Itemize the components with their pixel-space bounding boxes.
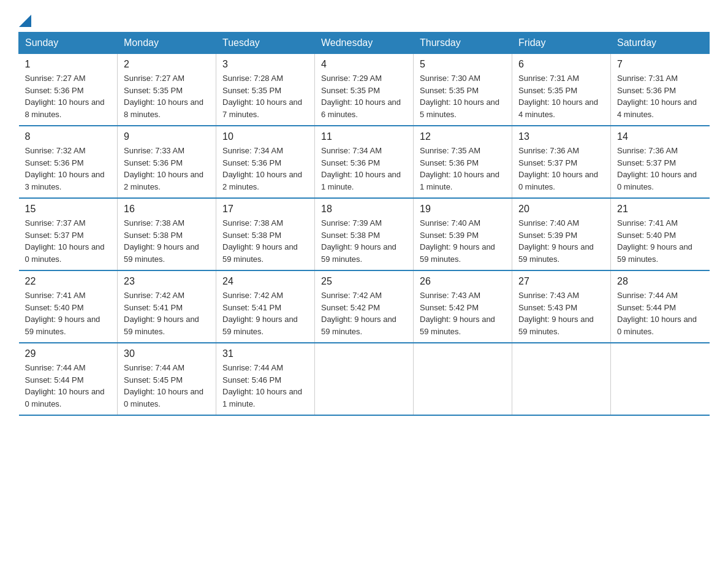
calendar-cell: 9 Sunrise: 7:33 AMSunset: 5:36 PMDayligh… <box>118 126 216 198</box>
day-info: Sunrise: 7:44 AMSunset: 5:45 PMDaylight:… <box>124 362 210 410</box>
day-info: Sunrise: 7:31 AMSunset: 5:35 PMDaylight:… <box>518 72 604 120</box>
weekday-header: Wednesday <box>315 33 414 54</box>
weekday-header: Tuesday <box>216 33 315 54</box>
calendar-cell: 14 Sunrise: 7:36 AMSunset: 5:37 PMDaylig… <box>611 126 710 198</box>
calendar-cell: 5 Sunrise: 7:30 AMSunset: 5:35 PMDayligh… <box>414 54 512 126</box>
day-number: 5 <box>420 59 506 70</box>
logo <box>18 12 32 26</box>
weekday-header-row: SundayMondayTuesdayWednesdayThursdayFrid… <box>19 33 710 54</box>
svg-marker-0 <box>19 15 31 27</box>
day-number: 2 <box>124 59 210 70</box>
day-info: Sunrise: 7:44 AMSunset: 5:46 PMDaylight:… <box>222 362 308 410</box>
day-info: Sunrise: 7:38 AMSunset: 5:38 PMDaylight:… <box>222 217 308 265</box>
calendar-table: SundayMondayTuesdayWednesdayThursdayFrid… <box>18 32 710 416</box>
day-number: 31 <box>222 348 308 359</box>
calendar-cell: 1 Sunrise: 7:27 AMSunset: 5:36 PMDayligh… <box>19 54 118 126</box>
day-number: 17 <box>222 204 308 215</box>
calendar-cell: 26 Sunrise: 7:43 AMSunset: 5:42 PMDaylig… <box>414 270 512 343</box>
day-number: 4 <box>321 59 407 70</box>
page-header <box>18 12 710 26</box>
day-number: 26 <box>420 276 506 287</box>
calendar-cell: 10 Sunrise: 7:34 AMSunset: 5:36 PMDaylig… <box>216 126 315 198</box>
day-number: 6 <box>518 59 604 70</box>
day-number: 10 <box>222 131 308 142</box>
day-info: Sunrise: 7:41 AMSunset: 5:40 PMDaylight:… <box>25 289 112 337</box>
day-info: Sunrise: 7:42 AMSunset: 5:41 PMDaylight:… <box>124 289 210 337</box>
weekday-header: Saturday <box>611 33 710 54</box>
calendar-week-row: 22 Sunrise: 7:41 AMSunset: 5:40 PMDaylig… <box>19 270 710 343</box>
day-info: Sunrise: 7:35 AMSunset: 5:36 PMDaylight:… <box>420 145 506 193</box>
calendar-week-row: 15 Sunrise: 7:37 AMSunset: 5:37 PMDaylig… <box>19 198 710 270</box>
calendar-cell: 28 Sunrise: 7:44 AMSunset: 5:44 PMDaylig… <box>611 270 710 343</box>
day-info: Sunrise: 7:40 AMSunset: 5:39 PMDaylight:… <box>420 217 506 265</box>
day-info: Sunrise: 7:43 AMSunset: 5:43 PMDaylight:… <box>518 289 604 337</box>
day-info: Sunrise: 7:33 AMSunset: 5:36 PMDaylight:… <box>124 145 210 193</box>
day-number: 18 <box>321 204 407 215</box>
day-info: Sunrise: 7:37 AMSunset: 5:37 PMDaylight:… <box>25 217 112 265</box>
day-info: Sunrise: 7:44 AMSunset: 5:44 PMDaylight:… <box>617 289 703 337</box>
calendar-cell <box>512 343 611 415</box>
calendar-cell: 17 Sunrise: 7:38 AMSunset: 5:38 PMDaylig… <box>216 198 315 270</box>
day-number: 1 <box>25 59 112 70</box>
calendar-cell: 24 Sunrise: 7:42 AMSunset: 5:41 PMDaylig… <box>216 270 315 343</box>
calendar-cell: 25 Sunrise: 7:42 AMSunset: 5:42 PMDaylig… <box>315 270 414 343</box>
calendar-cell: 7 Sunrise: 7:31 AMSunset: 5:36 PMDayligh… <box>611 54 710 126</box>
calendar-cell: 6 Sunrise: 7:31 AMSunset: 5:35 PMDayligh… <box>512 54 611 126</box>
calendar-cell: 12 Sunrise: 7:35 AMSunset: 5:36 PMDaylig… <box>414 126 512 198</box>
day-number: 28 <box>617 276 703 287</box>
calendar-week-row: 29 Sunrise: 7:44 AMSunset: 5:44 PMDaylig… <box>19 343 710 415</box>
day-number: 27 <box>518 276 604 287</box>
day-number: 25 <box>321 276 407 287</box>
day-number: 8 <box>25 131 112 142</box>
day-info: Sunrise: 7:39 AMSunset: 5:38 PMDaylight:… <box>321 217 407 265</box>
day-info: Sunrise: 7:27 AMSunset: 5:36 PMDaylight:… <box>25 72 112 120</box>
day-number: 20 <box>518 204 604 215</box>
day-info: Sunrise: 7:34 AMSunset: 5:36 PMDaylight:… <box>222 145 308 193</box>
calendar-cell: 8 Sunrise: 7:32 AMSunset: 5:36 PMDayligh… <box>19 126 118 198</box>
weekday-header: Monday <box>118 33 216 54</box>
day-number: 16 <box>124 204 210 215</box>
calendar-cell: 21 Sunrise: 7:41 AMSunset: 5:40 PMDaylig… <box>611 198 710 270</box>
day-info: Sunrise: 7:31 AMSunset: 5:36 PMDaylight:… <box>617 72 703 120</box>
day-number: 21 <box>617 204 703 215</box>
day-info: Sunrise: 7:36 AMSunset: 5:37 PMDaylight:… <box>518 145 604 193</box>
day-number: 19 <box>420 204 506 215</box>
day-number: 15 <box>25 204 112 215</box>
day-number: 11 <box>321 131 407 142</box>
day-info: Sunrise: 7:30 AMSunset: 5:35 PMDaylight:… <box>420 72 506 120</box>
calendar-cell <box>414 343 512 415</box>
day-info: Sunrise: 7:40 AMSunset: 5:39 PMDaylight:… <box>518 217 604 265</box>
day-number: 7 <box>617 59 703 70</box>
day-number: 24 <box>222 276 308 287</box>
calendar-cell: 4 Sunrise: 7:29 AMSunset: 5:35 PMDayligh… <box>315 54 414 126</box>
weekday-header: Thursday <box>414 33 512 54</box>
calendar-cell: 22 Sunrise: 7:41 AMSunset: 5:40 PMDaylig… <box>19 270 118 343</box>
calendar-cell: 30 Sunrise: 7:44 AMSunset: 5:45 PMDaylig… <box>118 343 216 415</box>
day-info: Sunrise: 7:29 AMSunset: 5:35 PMDaylight:… <box>321 72 407 120</box>
calendar-cell: 2 Sunrise: 7:27 AMSunset: 5:35 PMDayligh… <box>118 54 216 126</box>
day-info: Sunrise: 7:34 AMSunset: 5:36 PMDaylight:… <box>321 145 407 193</box>
calendar-cell <box>315 343 414 415</box>
day-number: 14 <box>617 131 703 142</box>
day-number: 22 <box>25 276 112 287</box>
weekday-header: Friday <box>512 33 611 54</box>
logo-triangle-icon <box>19 12 31 27</box>
calendar-week-row: 1 Sunrise: 7:27 AMSunset: 5:36 PMDayligh… <box>19 54 710 126</box>
calendar-cell: 3 Sunrise: 7:28 AMSunset: 5:35 PMDayligh… <box>216 54 315 126</box>
logo-text <box>18 12 32 27</box>
day-number: 3 <box>222 59 308 70</box>
day-info: Sunrise: 7:36 AMSunset: 5:37 PMDaylight:… <box>617 145 703 193</box>
day-number: 29 <box>25 348 112 359</box>
calendar-cell: 18 Sunrise: 7:39 AMSunset: 5:38 PMDaylig… <box>315 198 414 270</box>
calendar-week-row: 8 Sunrise: 7:32 AMSunset: 5:36 PMDayligh… <box>19 126 710 198</box>
weekday-header: Sunday <box>19 33 118 54</box>
day-info: Sunrise: 7:28 AMSunset: 5:35 PMDaylight:… <box>222 72 308 120</box>
calendar-cell: 13 Sunrise: 7:36 AMSunset: 5:37 PMDaylig… <box>512 126 611 198</box>
calendar-cell: 23 Sunrise: 7:42 AMSunset: 5:41 PMDaylig… <box>118 270 216 343</box>
day-info: Sunrise: 7:44 AMSunset: 5:44 PMDaylight:… <box>25 362 112 410</box>
day-number: 23 <box>124 276 210 287</box>
calendar-cell: 11 Sunrise: 7:34 AMSunset: 5:36 PMDaylig… <box>315 126 414 198</box>
calendar-cell: 19 Sunrise: 7:40 AMSunset: 5:39 PMDaylig… <box>414 198 512 270</box>
calendar-cell <box>611 343 710 415</box>
day-info: Sunrise: 7:43 AMSunset: 5:42 PMDaylight:… <box>420 289 506 337</box>
